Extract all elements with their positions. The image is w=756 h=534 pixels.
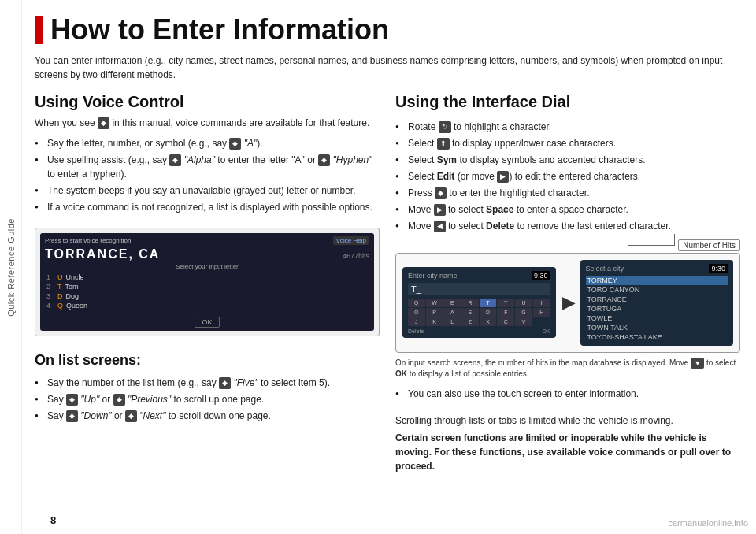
bullet-item: Say the letter, number, or symbol (e.g.,…	[35, 136, 380, 150]
list-item: 4QQueen	[45, 301, 369, 310]
move-icon: ▶	[497, 171, 509, 184]
dial-right-screen: Select a city 9:30 TORMEY TORO CANYON TO…	[580, 260, 734, 346]
move-left-icon: ◀	[434, 221, 446, 233]
screen-hits: 4677hits	[343, 252, 369, 260]
touch-screen-bullet: You can also use the touch screen to ent…	[395, 387, 740, 403]
dial-input-field[interactable]: T_	[408, 283, 550, 295]
key[interactable]: C	[497, 317, 514, 326]
key[interactable]: O	[408, 308, 425, 317]
dial-right-screen-top: Select a city 9:30	[586, 264, 728, 273]
voice-screen-panel: Press to start voice recognition Voice H…	[40, 233, 374, 331]
voice-icon: ◆	[66, 394, 78, 406]
on-list-screens-title: On list screens:	[35, 352, 380, 369]
dial-list-item[interactable]: TOWN TALK	[586, 323, 728, 332]
bullet-item: Say the number of the list item (e.g., s…	[35, 376, 380, 390]
key[interactable]: U	[515, 299, 532, 307]
key[interactable]: Z	[461, 317, 479, 326]
key[interactable]: G	[515, 308, 532, 317]
scrolling-note: Scrolling through lists or tabs is limit…	[395, 413, 740, 428]
rotate-icon: ↻	[439, 121, 451, 134]
right-column: Using the Interface Dial Rotate ↻ to hig…	[395, 93, 740, 523]
page-number: 8	[50, 514, 56, 526]
voice-control-bullets: Say the letter, number, or symbol (e.g.,…	[35, 136, 380, 217]
number-of-hits-callout: Number of Hits	[678, 239, 740, 251]
dial-bottom-bar: Delete OK	[408, 328, 550, 334]
list-item: 3DDog	[45, 291, 369, 301]
key[interactable]: R	[461, 299, 479, 307]
voice-help-btn: Voice Help	[333, 236, 369, 245]
key[interactable]: V	[515, 317, 532, 326]
delete-label[interactable]: Delete	[408, 328, 424, 334]
bullet-item: Say ◆ "Down" or ◆ "Next" to scroll down …	[35, 409, 380, 423]
key[interactable]: F	[497, 308, 514, 317]
main-content: How to Enter Information You can enter i…	[22, 0, 756, 534]
bullet-item: Rotate ↻ to highlight a character.	[395, 120, 740, 134]
touch-bullet-item: You can also use the touch screen to ent…	[395, 387, 740, 401]
voice-icon: ◆	[66, 410, 78, 423]
dial-list-item[interactable]: TORMEY	[586, 276, 728, 285]
bullet-item: Select ⬆ to display upper/lower case cha…	[395, 136, 740, 150]
bullet-item: Move ◀ to select Delete to remove the la…	[395, 219, 740, 233]
key[interactable]: X	[480, 317, 497, 326]
key[interactable]: K	[426, 317, 443, 326]
screen-subtitle: Select your input letter	[45, 263, 369, 270]
move-right-icon: ▶	[434, 204, 446, 217]
key[interactable]: W	[426, 299, 443, 307]
voice-icon: ◆	[219, 377, 231, 390]
voice-control-title: Using Voice Control	[35, 93, 380, 111]
key[interactable]: E	[443, 299, 461, 307]
key[interactable]: J	[408, 317, 425, 326]
dial-left-screen: Enter city name 9:30 T_ Q W E R T Y	[402, 267, 556, 338]
dial-list-item[interactable]: TORTUGA	[586, 304, 728, 313]
key[interactable]: I	[533, 299, 550, 307]
title-row: How to Enter Information	[35, 14, 740, 46]
move-icon-caption: ▼	[691, 358, 704, 369]
key[interactable]: L	[443, 317, 461, 326]
dial-list-item[interactable]: TOWLE	[586, 313, 728, 323]
red-accent-bar	[35, 16, 43, 44]
bullet-item: The system beeps if you say an unavailab…	[35, 184, 380, 198]
sidebar: Quick Reference Guide	[0, 0, 22, 534]
dial-arrow: ▶	[562, 293, 574, 312]
page-title: How to Enter Information	[50, 14, 389, 46]
key[interactable]: D	[480, 308, 497, 317]
list-item: 2TTom	[45, 282, 369, 291]
key[interactable]: T	[480, 299, 497, 307]
list-item: 1UUncle	[45, 273, 369, 282]
dial-list-item[interactable]: TOYON-SHASTA LAKE	[586, 332, 728, 342]
bullet-item: Move ▶ to select Space to enter a space …	[395, 202, 740, 217]
dial-screen-top: Enter city name 9:30	[408, 271, 550, 280]
key[interactable]: Q	[408, 299, 425, 307]
key[interactable]: A	[443, 308, 461, 317]
press-icon: ◆	[435, 187, 447, 200]
voice-icon: ◆	[229, 138, 241, 150]
voice-icon: ◆	[169, 154, 181, 167]
voice-icon-inline: ◆	[98, 117, 109, 130]
screen-press-text: Press to start voice recognition	[45, 237, 131, 244]
on-list-bullets: Say the number of the list item (e.g., s…	[35, 376, 380, 425]
key[interactable]: H	[533, 308, 550, 317]
key[interactable]: P	[426, 308, 443, 317]
scrolling-bold-note: Certain screen functions are limited or …	[395, 431, 740, 473]
bullet-item: Press ◆ to enter the highlighted charact…	[395, 186, 740, 200]
voice-screenshot: Press to start voice recognition Voice H…	[35, 228, 380, 336]
interface-dial-title: Using the Interface Dial	[395, 93, 740, 111]
dial-list-item[interactable]: TORRANCE	[586, 295, 728, 304]
bullet-item: If a voice command is not recognized, a …	[35, 200, 380, 214]
ok-label[interactable]: OK	[542, 328, 550, 334]
dial-screen-left-title: Enter city name	[408, 272, 458, 280]
key[interactable]: S	[461, 308, 479, 317]
bullet-item: Select Sym to display symbols and accent…	[395, 153, 740, 167]
dial-screens-container: Enter city name 9:30 T_ Q W E R T Y	[395, 253, 740, 353]
bullet-item: Use spelling assist (e.g., say ◆ "Alpha"…	[35, 153, 380, 181]
watermark: carmanualonline.info	[668, 518, 748, 528]
select-icon: ⬆	[437, 138, 450, 150]
ok-button-label[interactable]: OK	[195, 317, 219, 328]
voice-icon: ◆	[318, 154, 330, 167]
key[interactable]: Y	[497, 299, 514, 307]
sidebar-label: Quick Reference Guide	[6, 218, 16, 317]
dial-screen-left-time: 9:30	[532, 271, 550, 280]
left-column: Using Voice Control When you see ◆ in th…	[35, 93, 380, 523]
bullet-item: Say ◆ "Up" or ◆ "Previous" to scroll up …	[35, 392, 380, 406]
dial-list-item[interactable]: TORO CANYON	[586, 285, 728, 295]
